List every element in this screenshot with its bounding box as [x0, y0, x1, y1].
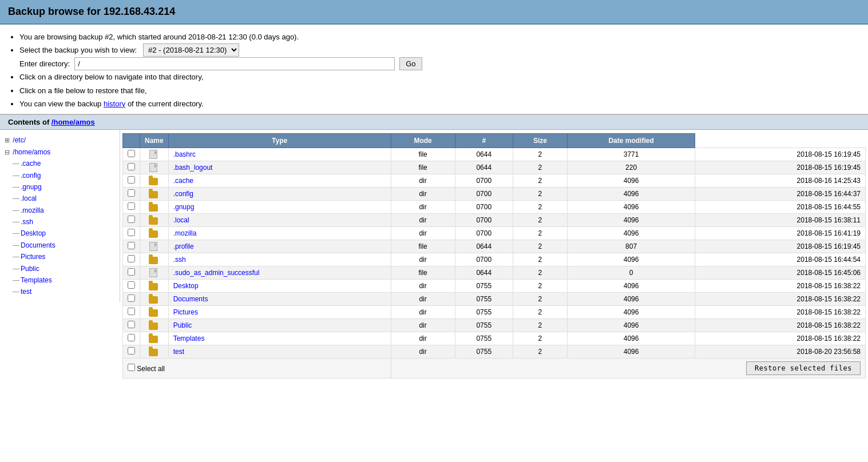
- row-size-cell: 4096: [567, 227, 695, 240]
- row-size-cell: 4096: [567, 306, 695, 319]
- row-name-link[interactable]: .bashrc: [173, 150, 196, 158]
- row-size-cell: 4096: [567, 253, 695, 266]
- go-button[interactable]: Go: [399, 57, 422, 70]
- row-checkbox[interactable]: [128, 321, 135, 328]
- row-name-link[interactable]: .gnupg: [173, 203, 195, 211]
- row-checkbox[interactable]: [128, 294, 135, 302]
- sidebar-link-templates[interactable]: Templates: [21, 276, 52, 284]
- row-checkbox[interactable]: [128, 334, 135, 341]
- sidebar-item-cache[interactable]: —.cache: [11, 158, 116, 169]
- sidebar-link-test[interactable]: test: [21, 288, 31, 296]
- row-name-link[interactable]: .profile: [173, 242, 194, 250]
- sidebar-link-ssh[interactable]: .ssh: [21, 218, 33, 226]
- sidebar-link-desktop[interactable]: Desktop: [21, 229, 46, 237]
- sidebar-link-gnupg[interactable]: .gnupg: [21, 183, 42, 191]
- page-header: Backup browse for 192.168.43.214: [0, 0, 868, 25]
- row-checkbox[interactable]: [128, 242, 135, 249]
- row-hash-cell: 2: [513, 266, 567, 280]
- row-checkbox[interactable]: [128, 216, 135, 223]
- history-link[interactable]: history: [104, 99, 125, 108]
- sidebar-item-home-amos[interactable]: ⊟ /home/amos: [3, 146, 116, 158]
- row-name-link[interactable]: .bash_logout: [173, 164, 213, 172]
- select-all-checkbox[interactable]: [128, 364, 135, 371]
- row-mode-cell: 0644: [455, 240, 513, 253]
- row-icon-cell: [140, 332, 169, 345]
- row-checkbox[interactable]: [128, 163, 135, 170]
- row-checkbox-cell: [123, 214, 140, 227]
- row-name-link[interactable]: Public: [173, 321, 192, 329]
- table-row: .bash_logoutfile064422202018-08-15 16:19…: [123, 161, 866, 174]
- row-checkbox[interactable]: [128, 281, 135, 289]
- file-icon: [149, 150, 157, 159]
- row-name-link[interactable]: Desktop: [173, 282, 199, 290]
- row-name-link[interactable]: .cache: [173, 177, 193, 185]
- folder-icon: [149, 296, 158, 304]
- row-name-link[interactable]: Documents: [173, 295, 208, 303]
- row-date-cell: 2018-08-16 14:25:43: [695, 174, 866, 188]
- row-checkbox[interactable]: [128, 347, 135, 355]
- sidebar-item-templates[interactable]: —Templates: [11, 274, 116, 286]
- row-checkbox[interactable]: [128, 176, 135, 184]
- row-hash-cell: 2: [513, 188, 567, 201]
- current-path-link[interactable]: /home/amos: [51, 118, 95, 126]
- footer-restore-cell: Restore selected files: [391, 359, 865, 379]
- row-name-cell: Desktop: [168, 280, 391, 293]
- sidebar-link-cache[interactable]: .cache: [21, 160, 41, 168]
- sidebar-link-etc[interactable]: /etc/: [13, 136, 26, 144]
- sidebar-item-etc[interactable]: ⊞ /etc/: [3, 134, 116, 146]
- row-hash-cell: 2: [513, 306, 567, 319]
- sidebar-link-mozilla[interactable]: .mozilla: [21, 206, 44, 214]
- row-name-link[interactable]: test: [173, 348, 184, 356]
- row-name-link[interactable]: .local: [173, 216, 189, 224]
- sidebar-link-local[interactable]: .local: [21, 194, 37, 202]
- row-checkbox-cell: [123, 253, 140, 266]
- info-line1: You are browsing backup #2, which starte…: [19, 30, 860, 43]
- row-checkbox[interactable]: [128, 229, 135, 236]
- sidebar-link-documents[interactable]: Documents: [21, 241, 56, 249]
- row-name-cell: .mozilla: [168, 227, 391, 240]
- row-checkbox[interactable]: [128, 255, 135, 262]
- sidebar-item-test[interactable]: —test: [11, 286, 116, 297]
- sidebar-item-documents[interactable]: —Documents: [11, 240, 116, 251]
- row-checkbox[interactable]: [128, 268, 135, 276]
- row-name-cell: .profile: [168, 240, 391, 253]
- sidebar-link-public[interactable]: Public: [21, 265, 39, 273]
- sidebar-item-ssh[interactable]: —.ssh: [11, 216, 116, 228]
- folder-icon: [149, 204, 158, 212]
- row-name-link[interactable]: .mozilla: [173, 229, 197, 237]
- row-icon-cell: [140, 345, 169, 359]
- row-name-link[interactable]: .sudo_as_admin_successful: [173, 269, 260, 277]
- footer-row: Select allRestore selected files: [123, 359, 866, 379]
- row-checkbox[interactable]: [128, 308, 135, 315]
- directory-input[interactable]: [74, 57, 395, 70]
- row-name-cell: .local: [168, 214, 391, 227]
- sidebar-item-desktop[interactable]: —Desktop: [11, 228, 116, 239]
- row-name-link[interactable]: Templates: [173, 334, 205, 342]
- row-size-cell: 4096: [567, 332, 695, 345]
- row-name-link[interactable]: .ssh: [173, 256, 186, 264]
- row-checkbox[interactable]: [128, 202, 135, 210]
- sidebar-item-mozilla[interactable]: —.mozilla: [11, 205, 116, 216]
- row-date-cell: 2018-08-20 23:56:58: [695, 345, 866, 359]
- sidebar-item-public[interactable]: —Public: [11, 263, 116, 274]
- sidebar-item-pictures[interactable]: —Pictures: [11, 251, 116, 262]
- row-hash-cell: 2: [513, 214, 567, 227]
- row-name-link[interactable]: Pictures: [173, 308, 198, 316]
- row-date-cell: 2018-08-15 16:19:45: [695, 240, 866, 253]
- sidebar-link-config[interactable]: .config: [21, 172, 41, 180]
- sidebar-link-pictures[interactable]: Pictures: [21, 253, 45, 261]
- sidebar-link-home-amos[interactable]: /home/amos: [13, 148, 50, 156]
- row-name-cell: Documents: [168, 293, 391, 306]
- restore-selected-button[interactable]: Restore selected files: [746, 361, 861, 375]
- row-checkbox[interactable]: [128, 150, 135, 157]
- sidebar-item-config[interactable]: —.config: [11, 170, 116, 181]
- row-name-link[interactable]: .config: [173, 190, 193, 198]
- row-name-cell: .bash_logout: [168, 161, 391, 174]
- sidebar-children: —.cache —.config —.gnupg —.local —.mozil…: [3, 158, 116, 298]
- sidebar-item-gnupg[interactable]: —.gnupg: [11, 181, 116, 193]
- row-checkbox[interactable]: [128, 189, 135, 197]
- row-size-cell: 4096: [567, 293, 695, 306]
- sidebar-item-local[interactable]: —.local: [11, 193, 116, 204]
- row-icon-cell: [140, 253, 169, 266]
- backup-select[interactable]: #2 - (2018-08-21 12:30): [143, 43, 239, 57]
